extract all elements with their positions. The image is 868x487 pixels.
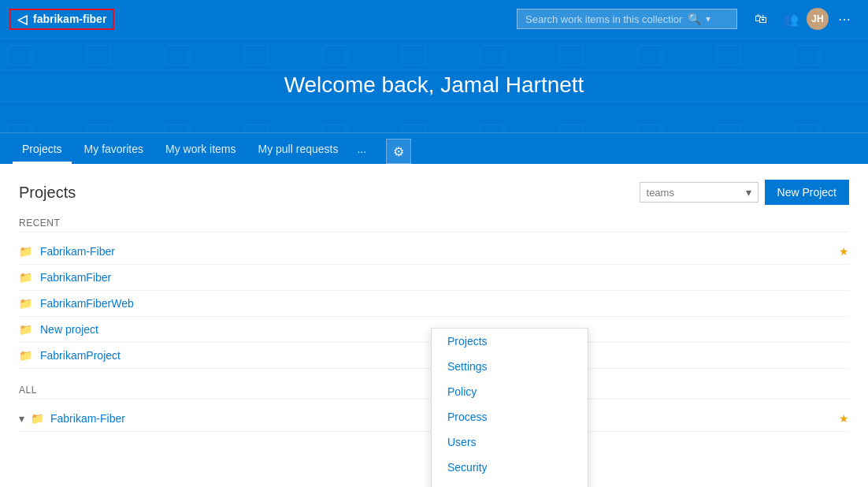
projects-controls: ▾ New Project (640, 180, 849, 205)
dropdown-item-users[interactable]: Users (432, 429, 588, 455)
basket-icon-btn[interactable]: 🛍 (747, 5, 775, 33)
people-icon: 👥 (783, 12, 799, 27)
dropdown-item-projects[interactable]: Projects (432, 329, 588, 354)
avatar[interactable]: JH (807, 8, 829, 30)
subnav-projects[interactable]: Projects (13, 136, 72, 164)
star-icon[interactable]: ★ (839, 412, 849, 425)
project-name[interactable]: FabrikamFiber (40, 271, 111, 284)
projects-title: Projects (19, 184, 76, 202)
brand-icon: ◁ (17, 12, 27, 27)
gear-icon: ⚙ (393, 144, 404, 159)
brand-logo[interactable]: ◁ fabrikam-fiber (9, 9, 114, 30)
project-icon: 📁 (19, 323, 32, 336)
recent-section-label: Recent (19, 217, 849, 232)
settings-gear-btn[interactable]: ⚙ (386, 139, 411, 164)
dropdown-item-build-release[interactable]: Build and release (432, 480, 588, 487)
list-item: 📁 FabrikamFiberWeb (19, 291, 849, 317)
subnav-workitems[interactable]: My work items (156, 136, 245, 164)
dropdown-item-security[interactable]: Security (432, 455, 588, 480)
star-icon[interactable]: ★ (839, 245, 849, 258)
project-name[interactable]: Fabrikam-Fiber (40, 245, 115, 258)
basket-icon: 🛍 (755, 12, 767, 26)
subnav-pullrequests[interactable]: My pull requests (249, 136, 348, 164)
top-navigation: ◁ fabrikam-fiber 🔍 ▾ 🛍 👥 JH ⋯ (0, 0, 868, 38)
people-icon-btn[interactable]: 👥 (777, 5, 805, 33)
projects-header: Projects ▾ New Project (19, 180, 849, 205)
project-name[interactable]: New project (40, 323, 98, 336)
dropdown-item-policy[interactable]: Policy (432, 379, 588, 404)
project-icon: 📁 (19, 349, 32, 362)
search-dropdown-icon[interactable]: ▾ (706, 13, 710, 24)
subnav-favorites[interactable]: My favorites (75, 136, 153, 164)
nav-icons: 🛍 👥 JH ⋯ (747, 5, 859, 33)
dropdown-item-settings[interactable]: Settings (432, 354, 588, 379)
list-item: 📁 FabrikamFiber (19, 265, 849, 291)
project-icon: 📁 (31, 412, 44, 425)
settings-dropdown-menu: Projects Settings Policy Process Users S… (431, 328, 588, 487)
project-name[interactable]: FabrikamProject (40, 349, 121, 362)
filter-input[interactable] (647, 187, 741, 199)
project-icon: 📁 (19, 297, 32, 310)
project-icon: 📁 (19, 271, 32, 284)
welcome-title: Welcome back, Jamal Hartnett (284, 72, 584, 98)
sub-navigation: Projects My favorites My work items My p… (0, 132, 868, 164)
filter-wrap: ▾ (640, 182, 759, 203)
list-item: 📁 Fabrikam-Fiber ★ (19, 239, 849, 265)
search-input[interactable] (525, 13, 683, 25)
hero-banner: Welcome back, Jamal Hartnett (0, 38, 868, 132)
search-icon: 🔍 (688, 13, 701, 25)
project-name[interactable]: Fabrikam-Fiber (50, 412, 125, 425)
main-content: Projects ▾ New Project Recent 📁 Fabrikam… (0, 164, 868, 487)
chevron-down-icon[interactable]: ▾ (19, 412, 24, 425)
search-bar: 🔍 ▾ (517, 9, 737, 29)
brand-name: fabrikam-fiber (33, 13, 106, 25)
filter-icon: ▾ (746, 186, 751, 199)
project-name[interactable]: FabrikamFiberWeb (40, 297, 134, 310)
subnav-more[interactable]: ··· (351, 139, 373, 164)
more-icon: ⋯ (838, 12, 851, 27)
new-project-button[interactable]: New Project (765, 180, 849, 205)
more-icon-btn[interactable]: ⋯ (830, 5, 859, 33)
dropdown-item-process[interactable]: Process (432, 404, 588, 429)
project-icon: 📁 (19, 245, 32, 258)
